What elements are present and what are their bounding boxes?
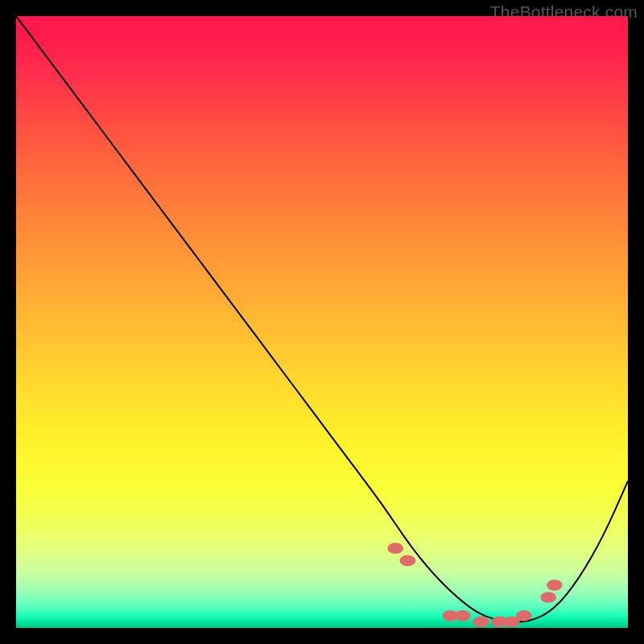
highlight-dot	[387, 543, 403, 554]
chart-stage: TheBottleneck.com	[0, 0, 644, 644]
highlight-dot	[540, 592, 556, 603]
curve-svg	[16, 16, 628, 628]
highlight-dot	[516, 610, 532, 621]
plot-area	[16, 16, 628, 628]
highlight-dot	[547, 580, 563, 591]
highlight-dot	[400, 555, 416, 567]
bottleneck-curve-path	[16, 16, 628, 621]
highlight-dot	[455, 610, 471, 621]
curve-group	[16, 16, 628, 621]
marker-group	[387, 543, 562, 627]
highlight-dot	[473, 617, 489, 628]
